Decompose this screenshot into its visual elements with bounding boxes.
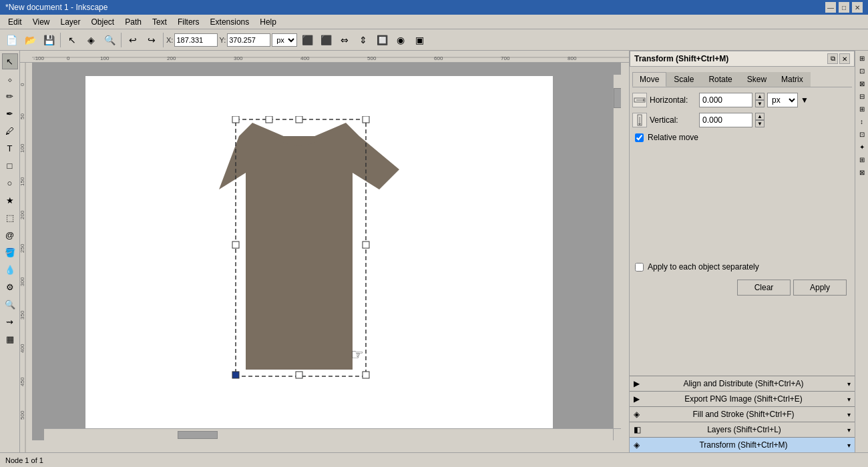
- vertical-up[interactable]: ▲: [755, 113, 765, 120]
- menu-view[interactable]: View: [27, 16, 55, 28]
- bezier-tool[interactable]: ✏: [2, 88, 18, 104]
- rv-btn-10[interactable]: ⊠: [856, 166, 868, 178]
- menu-filters[interactable]: Filters: [172, 16, 205, 28]
- menu-layer[interactable]: Layer: [55, 16, 85, 28]
- apply-each-label[interactable]: Apply to each object separately: [648, 262, 759, 272]
- menu-edit[interactable]: Edit: [3, 16, 27, 28]
- save-button[interactable]: 💾: [40, 31, 57, 49]
- fill-panel-header[interactable]: ◈ Fill and Stroke (Shift+Ctrl+F) ▾: [630, 407, 855, 422]
- export-icon: ▶: [634, 394, 640, 404]
- spray-tool[interactable]: ⚙: [2, 279, 18, 295]
- relative-move-label[interactable]: Relative move: [648, 133, 698, 142]
- panel-float-button[interactable]: ⧉: [827, 53, 838, 64]
- rv-btn-7[interactable]: ⊡: [856, 128, 868, 140]
- horizontal-input[interactable]: [699, 93, 752, 107]
- horizontal-up[interactable]: ▲: [755, 93, 765, 100]
- select-tool[interactable]: ↖: [63, 31, 81, 49]
- connector-tool[interactable]: ⇝: [2, 314, 18, 330]
- flip-h-button[interactable]: ⇔: [336, 31, 353, 49]
- dropper-tool[interactable]: 💧: [2, 262, 18, 278]
- tab-matrix[interactable]: Matrix: [774, 72, 811, 87]
- align-center-button[interactable]: ⬛: [317, 31, 335, 49]
- toolbar: 📄 📂 💾 ↖ ◈ 🔍 ↩ ↪ X: Y: px ⬛ ⬛ ⇔ ⇕ 🔲 ◉ ▣: [0, 29, 868, 51]
- horizontal-unit[interactable]: px mm cm in: [767, 93, 798, 107]
- coord-display: X: Y: px: [166, 33, 297, 47]
- clear-button[interactable]: Clear: [737, 280, 791, 296]
- svg-rect-0: [32, 51, 629, 63]
- gradient-tool[interactable]: ▦: [2, 331, 18, 347]
- canvas-wrapper[interactable]: ☞: [32, 63, 621, 440]
- rv-btn-6[interactable]: ↕: [856, 115, 868, 127]
- apply-button[interactable]: Apply: [793, 280, 847, 296]
- relative-move-checkbox[interactable]: [635, 133, 644, 142]
- new-button[interactable]: 📄: [3, 31, 20, 49]
- panel-close-button[interactable]: ✕: [839, 53, 850, 64]
- maximize-button[interactable]: □: [839, 2, 849, 13]
- pencil-tool[interactable]: ✒: [2, 105, 18, 121]
- layers-panel-header[interactable]: ◧ Layers (Shift+Ctrl+L) ▾: [630, 422, 855, 437]
- calligraphy-tool[interactable]: 🖊: [2, 123, 18, 139]
- rv-btn-9[interactable]: ⊞: [856, 153, 868, 165]
- undo-button[interactable]: ↩: [124, 31, 142, 49]
- rv-btn-8[interactable]: ✦: [856, 141, 868, 153]
- open-button[interactable]: 📂: [21, 31, 39, 49]
- svg-text:☞: ☞: [351, 346, 364, 363]
- apply-each-row: Apply to each object separately: [632, 260, 852, 274]
- close-button[interactable]: ✕: [852, 2, 863, 13]
- tab-scale[interactable]: Scale: [666, 72, 701, 87]
- minimize-button[interactable]: —: [825, 2, 836, 13]
- menubar: Edit View Layer Object Path Text Filters…: [0, 15, 868, 29]
- node-tool[interactable]: ⬦: [2, 71, 18, 87]
- snap-bbox-button[interactable]: ▣: [411, 31, 428, 49]
- ellipse-tool[interactable]: ○: [2, 175, 18, 191]
- flip-v-button[interactable]: ⇕: [355, 31, 372, 49]
- menu-text[interactable]: Text: [147, 16, 172, 28]
- menu-object[interactable]: Object: [86, 16, 120, 28]
- fill-tool[interactable]: 🪣: [2, 244, 18, 260]
- unit-select[interactable]: px: [272, 33, 297, 47]
- arrow-tool[interactable]: ↖: [2, 53, 18, 69]
- horizontal-down[interactable]: ▼: [755, 100, 765, 107]
- snap-nodes-button[interactable]: ◉: [392, 31, 409, 49]
- tab-rotate[interactable]: Rotate: [701, 72, 739, 87]
- menu-help[interactable]: Help: [254, 16, 282, 28]
- spiral-tool[interactable]: @: [2, 227, 18, 243]
- x-input[interactable]: [174, 33, 218, 47]
- transform2-panel-title: Transform (Shift+Ctrl+M): [699, 440, 787, 450]
- svg-text:800: 800: [568, 55, 577, 61]
- zoom-tool-left[interactable]: 🔍: [2, 296, 18, 312]
- vertical-scrollbar[interactable]: [613, 75, 621, 428]
- text-tool[interactable]: T: [2, 140, 18, 156]
- node-tool[interactable]: ◈: [82, 31, 99, 49]
- vertical-label: Vertical:: [650, 115, 696, 125]
- tshirt-container[interactable]: ☞: [192, 116, 406, 398]
- tab-move[interactable]: Move: [632, 72, 666, 87]
- align-left-button[interactable]: ⬛: [298, 31, 316, 49]
- export-panel-header[interactable]: ▶ Export PNG Image (Shift+Ctrl+E) ▾: [630, 392, 855, 406]
- rv-btn-4[interactable]: ⊟: [856, 90, 868, 102]
- redo-button[interactable]: ↪: [143, 31, 160, 49]
- rv-btn-2[interactable]: ⊡: [856, 65, 868, 77]
- rv-btn-5[interactable]: ⊞: [856, 103, 868, 115]
- snap-button[interactable]: 🔲: [373, 31, 391, 49]
- apply-each-checkbox[interactable]: [635, 263, 644, 272]
- vertical-down[interactable]: ▼: [755, 120, 765, 127]
- y-label: Y:: [219, 36, 226, 44]
- rect-tool[interactable]: □: [2, 157, 18, 173]
- tab-skew[interactable]: Skew: [740, 72, 774, 87]
- transform2-collapse-arrow: ▾: [847, 442, 851, 449]
- menu-path[interactable]: Path: [120, 16, 147, 28]
- y-input[interactable]: [227, 33, 270, 47]
- transform2-panel-header[interactable]: ◈ Transform (Shift+Ctrl+M) ▾: [630, 438, 855, 452]
- align-panel-header[interactable]: ▶ Align and Distribute (Shift+Ctrl+A) ▾: [630, 376, 855, 391]
- zoom-tool[interactable]: 🔍: [101, 31, 118, 49]
- star-tool[interactable]: ★: [2, 192, 18, 208]
- horizontal-scrollbar[interactable]: [44, 428, 613, 440]
- rv-btn-1[interactable]: ⊞: [856, 52, 868, 64]
- 3d-box-tool[interactable]: ⬚: [2, 209, 18, 225]
- vertical-input[interactable]: [699, 113, 752, 127]
- rv-btn-3[interactable]: ⊠: [856, 77, 868, 89]
- svg-rect-29: [363, 116, 369, 123]
- menu-extensions[interactable]: Extensions: [205, 16, 255, 28]
- titlebar: *New document 1 - Inkscape — □ ✕: [0, 0, 868, 15]
